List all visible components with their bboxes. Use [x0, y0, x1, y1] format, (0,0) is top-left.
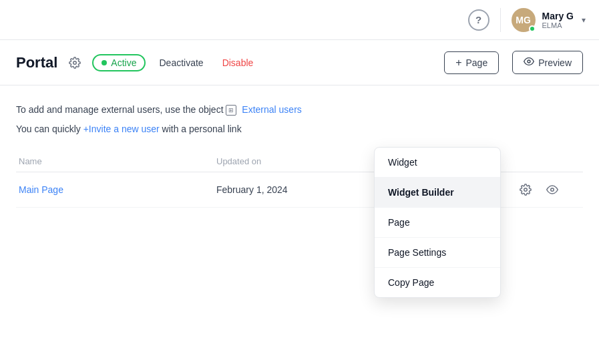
add-page-button[interactable]: + Page [444, 51, 499, 74]
page-name-cell[interactable]: Main Page [16, 184, 216, 195]
preview-label: Preview [538, 57, 572, 68]
info-line1-prefix: To add and manage external users, use th… [16, 104, 226, 115]
menu-item-widget-builder[interactable]: Widget Builder [375, 178, 500, 208]
eye-icon [524, 56, 534, 69]
preview-button[interactable]: Preview [512, 51, 583, 74]
user-role: ELMA [542, 21, 574, 29]
page-header: Portal Active Deactivate Disable + Page … [0, 40, 599, 85]
svg-point-0 [73, 61, 77, 64]
context-menu: Widget Widget Builder Page Page Settings… [374, 147, 501, 298]
topbar: ? MG Mary G ELMA ▾ [0, 0, 599, 40]
info-line2-suffix: with a personal link [162, 124, 242, 134]
online-status-icon [529, 25, 536, 32]
menu-item-copy-page[interactable]: Copy Page [375, 268, 500, 297]
active-dot-icon [102, 60, 107, 65]
main-content: To add and manage external users, use th… [0, 85, 599, 208]
external-users-link[interactable]: External users [242, 104, 301, 115]
user-info: Mary G ELMA [542, 11, 574, 29]
page-title: Portal [16, 54, 57, 71]
topbar-divider [500, 8, 501, 32]
avatar: MG [512, 8, 536, 32]
external-users-icon: ⊞ [226, 105, 236, 116]
svg-point-2 [524, 188, 528, 192]
row-settings-icon[interactable] [516, 180, 535, 199]
page-actions-cell [516, 180, 583, 199]
settings-gear-icon[interactable] [65, 53, 84, 72]
info-line2-prefix: You can quickly [16, 124, 83, 134]
svg-point-3 [551, 188, 554, 192]
add-page-label: Page [466, 57, 488, 68]
chevron-down-icon: ▾ [582, 15, 586, 25]
menu-item-page[interactable]: Page [375, 208, 500, 238]
info-line-1: To add and manage external users, use th… [16, 102, 583, 118]
invite-user-link[interactable]: +Invite a new user [83, 124, 160, 134]
plus-icon: + [455, 57, 461, 69]
help-button[interactable]: ? [468, 9, 489, 31]
user-menu[interactable]: MG Mary G ELMA ▾ [512, 8, 586, 32]
disable-button[interactable]: Disable [217, 55, 259, 71]
svg-point-1 [528, 60, 530, 63]
user-name: Mary G [542, 11, 574, 21]
menu-item-page-settings[interactable]: Page Settings [375, 238, 500, 268]
col-actions-header [516, 156, 583, 166]
info-line-2: You can quickly +Invite a new user with … [16, 121, 583, 138]
active-status-badge: Active [92, 54, 146, 71]
deactivate-button[interactable]: Deactivate [154, 55, 208, 71]
menu-item-widget[interactable]: Widget [375, 148, 500, 178]
active-label: Active [111, 57, 136, 68]
col-name-header: Name [16, 156, 216, 166]
row-preview-icon[interactable] [543, 180, 562, 199]
